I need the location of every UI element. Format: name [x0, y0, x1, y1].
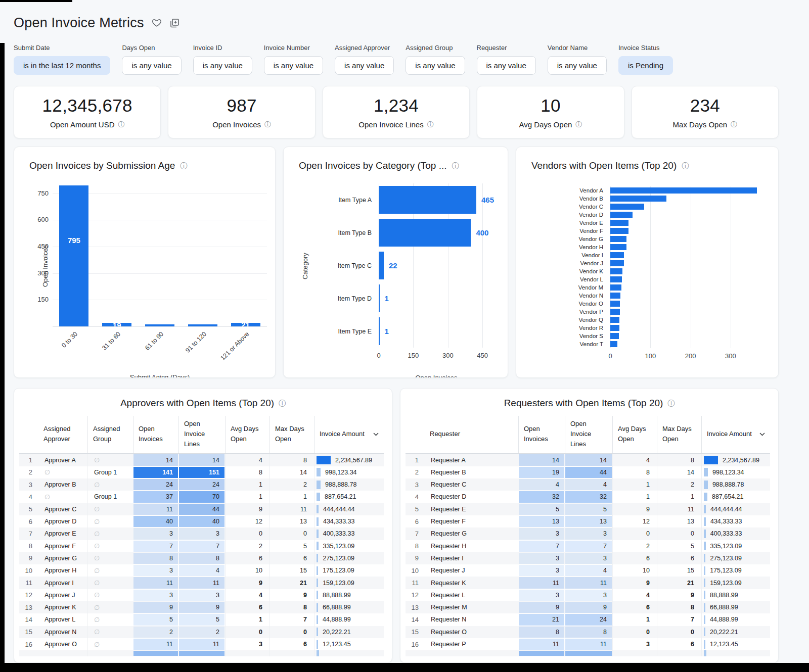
- bar-vendor-c[interactable]: [610, 204, 644, 210]
- bar-vendor-m[interactable]: [610, 284, 621, 291]
- filter-chip-days-open[interactable]: is any value: [122, 56, 181, 75]
- table-row-10[interactable]: 10Approver H∅341015175,123.09: [19, 564, 384, 577]
- info-icon[interactable]: ⓘ: [279, 400, 286, 407]
- info-icon[interactable]: ⓘ: [682, 162, 689, 169]
- bar-vendor-d[interactable]: [610, 212, 633, 218]
- filter-chip-invoice-number[interactable]: is any value: [264, 56, 323, 75]
- bar-item-type-a[interactable]: [379, 186, 476, 214]
- bar-vendor-o[interactable]: [610, 301, 620, 307]
- bar-vendor-k[interactable]: [610, 268, 622, 275]
- bar-121-or-above[interactable]: 21: [231, 323, 260, 326]
- table-row-6[interactable]: 6Requester F13131213434,333.33: [406, 515, 770, 527]
- table-row-5[interactable]: 5Requester E55911444,444.44: [406, 503, 770, 515]
- bar-vendor-n[interactable]: [610, 293, 620, 299]
- column-header-avg-days-open[interactable]: Avg Days Open: [225, 416, 269, 453]
- table-row-13[interactable]: 13Approver K∅996866,888.99: [19, 601, 384, 613]
- info-icon[interactable]: ⓘ: [731, 121, 737, 128]
- bar-vendor-s[interactable]: [610, 333, 619, 340]
- bar-vendor-e[interactable]: [610, 220, 628, 226]
- cell-open-invoice-lines: 8: [565, 627, 612, 638]
- column-header-invoice-amount[interactable]: Invoice Amount: [701, 416, 770, 453]
- bar-31-to-60[interactable]: 19: [102, 323, 131, 326]
- table-row-2[interactable]: 2Requester B1944814998,123.34: [406, 466, 770, 478]
- column-header-max-days-open[interactable]: Max Days Open: [657, 416, 701, 453]
- table-row-10[interactable]: 10Requester J341015175,123.09: [406, 564, 770, 577]
- filter-chip-assigned-approver[interactable]: is any value: [335, 56, 394, 75]
- table-row-11[interactable]: 11Requester K1111921159,123.09: [406, 577, 770, 589]
- bar-vendor-t[interactable]: [610, 341, 617, 348]
- filter-chip-vendor-name[interactable]: is any value: [548, 56, 607, 75]
- bar-vendor-g[interactable]: [610, 236, 626, 243]
- table-row-11[interactable]: 11Approver I∅1111921159,123.09: [19, 577, 384, 589]
- filter-chip-assigned-group[interactable]: is any value: [406, 56, 465, 75]
- column-header-invoice-amount[interactable]: Invoice Amount: [314, 416, 384, 453]
- table-row-3[interactable]: 3Approver B∅242412988,888.78: [19, 478, 384, 491]
- info-icon[interactable]: ⓘ: [427, 121, 434, 128]
- bar-item-type-c[interactable]: [379, 252, 384, 279]
- filter-chip-invoice-status[interactable]: is Pending: [618, 56, 673, 75]
- amount-data-bar: [704, 615, 705, 624]
- column-header-requester[interactable]: Requester: [425, 416, 518, 453]
- bar-item-type-b[interactable]: [379, 219, 471, 247]
- table-row-14[interactable]: 14Approver L∅551744,888.99: [19, 613, 384, 626]
- table-row-8[interactable]: 8Approver F∅7725335,123.09: [19, 540, 384, 552]
- column-header-open-invoice-lines[interactable]: Open Invoice Lines: [178, 416, 225, 453]
- bar-vendor-q[interactable]: [610, 317, 619, 323]
- bar-vendor-f[interactable]: [610, 228, 628, 234]
- bar-61-to-90[interactable]: [145, 324, 174, 326]
- table-row-1[interactable]: 1Approver A∅1414482,234,567.89: [19, 454, 384, 466]
- table-row-8[interactable]: 8Requester H7725335,123.09: [406, 540, 770, 552]
- bar-item-type-e[interactable]: [379, 317, 380, 345]
- bar-vendor-j[interactable]: [610, 260, 624, 267]
- bar-0-to-30[interactable]: 795: [59, 185, 88, 326]
- sort-chevron-icon[interactable]: [759, 429, 765, 439]
- table-row-15[interactable]: 15Requester O880020,222.21: [406, 626, 770, 638]
- info-icon[interactable]: ⓘ: [667, 400, 675, 407]
- bar-vendor-p[interactable]: [610, 309, 620, 315]
- table-row-13[interactable]: 13Requester M996866,888.99: [406, 601, 770, 613]
- column-header-max-days-open[interactable]: Max Days Open: [269, 416, 314, 453]
- table-row-6[interactable]: 6Approver D∅40401213434,333.33: [19, 515, 384, 527]
- table-row-4[interactable]: 4Requester D323211887,654.21: [406, 491, 770, 503]
- table-row-15[interactable]: 15Approver N∅220020,222.21: [19, 626, 384, 638]
- table-row-16[interactable]: 16Requester P11113612,123.45: [406, 638, 770, 650]
- table-row-2[interactable]: 2∅Group 1141151814998,123.34: [19, 466, 384, 478]
- info-icon[interactable]: ⓘ: [452, 162, 459, 169]
- filter-chip-invoice-id[interactable]: is any value: [193, 56, 252, 75]
- info-icon[interactable]: ⓘ: [264, 121, 271, 128]
- column-header-open-invoices[interactable]: Open Invoices: [133, 416, 178, 453]
- column-header-open-invoices[interactable]: Open Invoices: [518, 416, 565, 453]
- table-row-7[interactable]: 7Approver E∅3300400,333.33: [19, 527, 384, 540]
- bar-91-to-120[interactable]: [188, 324, 217, 326]
- column-header-assigned-group[interactable]: Assigned Group: [87, 416, 133, 453]
- filter-chip-submit-date[interactable]: is in the last 12 months: [14, 56, 110, 75]
- bar-vendor-h[interactable]: [610, 244, 626, 251]
- table-row-5[interactable]: 5Approver C∅1144911444,444.44: [19, 503, 384, 515]
- bar-vendor-a[interactable]: [610, 187, 757, 194]
- bar-vendor-i[interactable]: [610, 252, 624, 259]
- info-icon[interactable]: ⓘ: [575, 121, 582, 128]
- table-row-4[interactable]: 4∅Group 1377011887,654.21: [19, 491, 384, 503]
- copy-dashboard-icon[interactable]: [169, 18, 179, 28]
- column-header-avg-days-open[interactable]: Avg Days Open: [612, 416, 657, 453]
- table-row-12[interactable]: 12Approver J∅334988,888.99: [19, 589, 384, 601]
- bar-vendor-b[interactable]: [610, 196, 666, 202]
- table-row-3[interactable]: 3Requester C4412988,888.78: [406, 478, 770, 491]
- table-row-12[interactable]: 12Requester L334988,888.99: [406, 589, 770, 601]
- bar-vendor-l[interactable]: [610, 276, 622, 283]
- table-row-9[interactable]: 9Requester I3366275,123.09: [406, 552, 770, 564]
- table-row-14[interactable]: 14Requester N21241744,888.99: [406, 613, 770, 626]
- bar-item-type-d[interactable]: [379, 284, 380, 312]
- sort-chevron-icon[interactable]: [373, 429, 379, 439]
- column-header-open-invoice-lines[interactable]: Open Invoice Lines: [565, 416, 612, 453]
- table-row-9[interactable]: 9Approver G∅8866275,123.09: [19, 552, 384, 564]
- bar-vendor-r[interactable]: [610, 325, 619, 331]
- info-icon[interactable]: ⓘ: [118, 121, 124, 128]
- column-header-assigned-approver[interactable]: Assigned Approver: [38, 416, 87, 453]
- info-icon[interactable]: ⓘ: [180, 162, 187, 169]
- filter-chip-requester[interactable]: is any value: [477, 56, 536, 75]
- favorite-heart-icon[interactable]: [151, 18, 162, 29]
- table-row-7[interactable]: 7Requester G3300400,333.33: [406, 527, 770, 540]
- table-row-16[interactable]: 16Approver O∅11113612,123.45: [19, 638, 384, 650]
- table-row-1[interactable]: 1Requester A1414482,234,567.89: [406, 454, 770, 466]
